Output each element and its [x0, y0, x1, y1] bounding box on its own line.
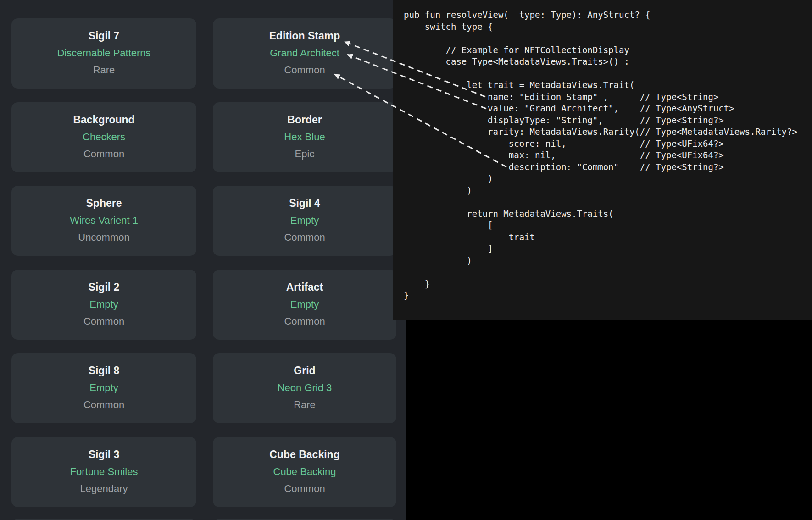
code-line: ) — [404, 185, 812, 197]
code-line: pub fun resolveView(_ type: Type): AnySt… — [404, 9, 812, 21]
code-line: displayType: "String", // Type<String?> — [404, 115, 812, 127]
trait-card: Edition Stamp Grand Architect Common — [213, 18, 396, 89]
trait-card: Sigil 3 Fortune Smiles Legendary — [11, 437, 196, 507]
trait-rarity-label: Rare — [213, 396, 396, 413]
trait-value-label: Grand Architect — [213, 44, 396, 61]
code-line: ] — [404, 243, 812, 255]
trait-value-label: Cube Backing — [213, 463, 396, 480]
trait-name-label: Sigil 3 — [11, 446, 196, 463]
trait-name-label: Background — [11, 111, 196, 128]
trait-rarity-label: Common — [213, 61, 396, 78]
trait-rarity-label: Common — [213, 480, 396, 497]
code-line — [404, 266, 812, 278]
trait-rarity-label: Rare — [11, 61, 196, 78]
trait-name-label: Grid — [213, 362, 396, 379]
code-line: max: nil, // Type<UFix64?> — [404, 149, 812, 161]
trait-rarity-label: Common — [213, 313, 396, 330]
trait-card: Sigil 4 Empty Common — [213, 186, 396, 256]
trait-card: Cube Backing Cube Backing Common — [213, 437, 396, 507]
code-line: trait — [404, 232, 812, 243]
trait-value-label: Hex Blue — [213, 128, 396, 145]
trait-value-label: Wires Varient 1 — [11, 212, 196, 229]
trait-value-label: Empty — [11, 296, 196, 313]
trait-card: Sigil 2 Empty Common — [11, 270, 196, 340]
trait-rarity-label: Legendary — [11, 480, 196, 497]
code-line: } — [404, 278, 812, 290]
trait-card: Sigil 8 Empty Common — [11, 353, 196, 423]
code-line: [ — [404, 220, 812, 232]
trait-value-label: Empty — [11, 379, 196, 396]
code-line: score: nil, // Type<UFix64?> — [404, 138, 812, 150]
trait-card: Border Hex Blue Epic — [213, 102, 396, 172]
code-line: } — [404, 290, 812, 302]
code-block: pub fun resolveView(_ type: Type): AnySt… — [404, 9, 812, 302]
code-line: ) — [404, 255, 812, 267]
code-line: name: "Edition Stamp" , // Type<String> — [404, 91, 812, 103]
trait-value-label: Empty — [213, 296, 396, 313]
trait-name-label: Sigil 4 — [213, 195, 396, 212]
traits-panel: Sigil 7 Discernable Patterns Rare Editio… — [0, 0, 406, 520]
trait-rarity-label: Common — [213, 229, 396, 246]
trait-name-label: Sigil 2 — [11, 279, 196, 296]
trait-rarity-label: Common — [11, 313, 196, 330]
code-line: value: "Grand Architect", // Type<AnyStr… — [404, 103, 812, 115]
trait-card: Sigil 7 Discernable Patterns Rare — [11, 18, 196, 89]
trait-rarity-label: Epic — [213, 145, 396, 162]
code-line — [404, 68, 812, 80]
trait-value-label: Empty — [213, 212, 396, 229]
trait-value-label: Fortune Smiles — [11, 463, 196, 480]
trait-card: Artifact Empty Common — [213, 270, 396, 340]
trait-value-label: Checkers — [11, 128, 196, 145]
code-line: switch type { — [404, 21, 812, 33]
trait-name-label: Sigil 8 — [11, 362, 196, 379]
code-line — [404, 33, 812, 44]
trait-name-label: Cube Backing — [213, 446, 396, 463]
trait-card: Background Checkers Common — [11, 102, 196, 172]
code-line: description: "Common" // Type<String?> — [404, 161, 812, 173]
trait-name-label: Sphere — [11, 195, 196, 212]
code-line: case Type<MetadataViews.Traits>() : — [404, 56, 812, 68]
code-line: // Example for NFTCollectionDisplay — [404, 44, 812, 56]
trait-rarity-label: Common — [11, 145, 196, 162]
trait-name-label: Artifact — [213, 279, 396, 296]
trait-card: Grid Neon Grid 3 Rare — [213, 353, 396, 423]
app-viewport: Sigil 7 Discernable Patterns Rare Editio… — [0, 0, 812, 520]
code-line: let trait = MetadataViews.Trait( — [404, 79, 812, 91]
code-panel: pub fun resolveView(_ type: Type): AnySt… — [393, 0, 812, 320]
trait-name-label: Edition Stamp — [213, 28, 396, 44]
trait-name-label: Sigil 7 — [11, 28, 196, 44]
code-line: rarity: MetadataViews.Rarity(// Type<Met… — [404, 126, 812, 138]
trait-rarity-label: Common — [11, 396, 196, 413]
trait-rarity-label: Uncommon — [11, 229, 196, 246]
code-line — [404, 196, 812, 208]
trait-card: Sphere Wires Varient 1 Uncommon — [11, 186, 196, 256]
trait-name-label: Border — [213, 111, 396, 128]
trait-value-label: Discernable Patterns — [11, 44, 196, 61]
trait-value-label: Neon Grid 3 — [213, 379, 396, 396]
code-line: return MetadataViews.Traits( — [404, 208, 812, 220]
code-line: ) — [404, 173, 812, 185]
